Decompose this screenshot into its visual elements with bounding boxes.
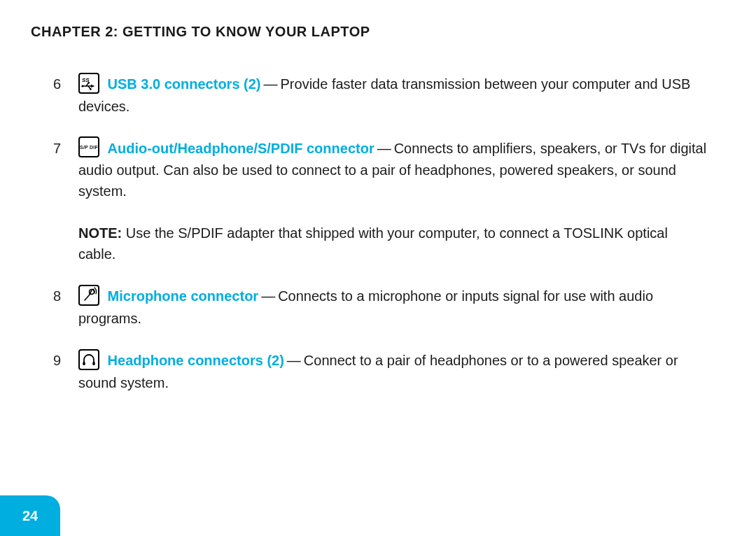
svg-rect-10 [92,362,94,365]
feature-term: Audio-out/Headphone/S/PDIF connector [108,141,374,156]
svg-point-4 [88,82,90,84]
feature-body: SS USB 3.0 connectors (2)—Provide faster… [78,73,714,117]
page-number: 24 [22,508,38,524]
svg-rect-9 [83,362,85,365]
feature-number: 6 [53,73,78,94]
feature-entry: 7 S/P DIF Audio-out/Headphone/S/PDIF con… [28,138,728,202]
feature-entry: 8 Microphone connector—Connects to a mic… [28,285,728,329]
note: NOTE: Use the S/PDIF adapter that shippe… [28,223,728,265]
svg-marker-2 [91,84,94,87]
note-text: Use the S/PDIF adapter that shipped with… [78,225,668,262]
headphone-icon [78,349,99,370]
feature-entry: 6 SS USB 3.0 connectors (2)—Provid [28,73,728,117]
dash: — [374,141,394,156]
dash: — [284,353,304,368]
microphone-icon [78,285,99,306]
manual-page: CHAPTER 2: GETTING TO KNOW YOUR LAPTOP 6… [0,0,756,393]
svg-point-3 [81,85,83,87]
chapter-title: CHAPTER 2: GETTING TO KNOW YOUR LAPTOP [31,24,728,40]
feature-term: Microphone connector [108,288,259,304]
feature-entry: 9 Headphone connectors (2)—Connect to a … [28,350,728,393]
dash: — [258,288,278,304]
svg-line-8 [85,294,90,300]
feature-body: Headphone connectors (2)—Connect to a pa… [78,350,714,393]
dash: — [261,76,281,92]
feature-number: 8 [53,285,78,306]
feature-term: USB 3.0 connectors (2) [108,76,261,92]
svg-rect-5 [90,88,91,90]
usb3-icon: SS [78,73,99,94]
feature-number: 9 [53,350,78,371]
page-number-tab: 24 [0,495,60,536]
feature-number: 7 [53,138,78,159]
spdif-icon: S/P DIF [78,136,99,157]
feature-body: Microphone connector—Connects to a micro… [78,285,714,329]
feature-body: S/P DIF Audio-out/Headphone/S/PDIF conne… [78,138,714,202]
feature-term: Headphone connectors (2) [108,353,284,368]
icon-text: S/P DIF [80,145,98,150]
note-label: NOTE: [78,225,122,241]
